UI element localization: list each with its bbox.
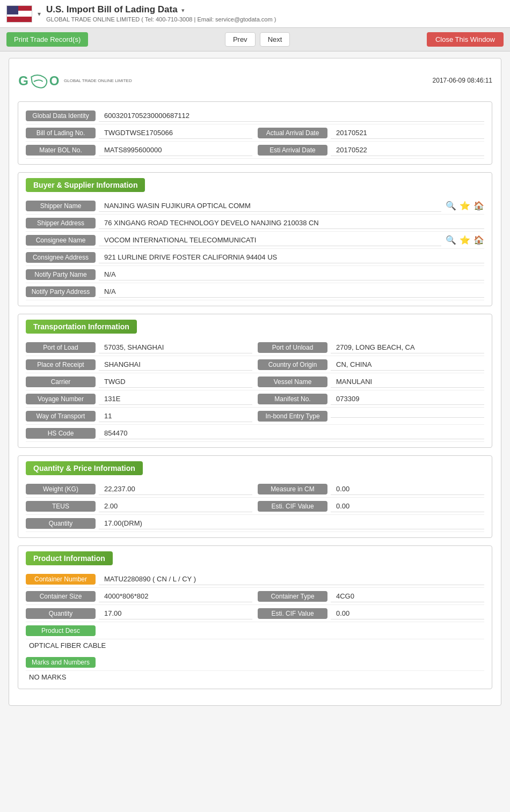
consignee-address-value: 921 LURLINE DRIVE FOSTER CALIFORNIA 9440…	[99, 252, 484, 263]
container-number-label: Container Number	[26, 574, 96, 585]
shipper-search-icon[interactable]: 🔍	[446, 201, 456, 211]
container-number-value: MATU2280890 ( CN / L / CY )	[99, 573, 484, 585]
svg-text:O: O	[49, 73, 60, 88]
vessel-name-value: MANULANI	[331, 376, 484, 388]
product-desc-row: Product Desc	[26, 622, 484, 639]
consignee-home-icon[interactable]: 🏠	[473, 235, 484, 245]
logo-subtitle: GLOBAL TRADE ONLINE LIMITED	[64, 78, 132, 83]
carrier-row: Carrier TWGD Vessel Name MANULANI	[26, 373, 484, 390]
way-of-transport-value: 11	[99, 410, 252, 422]
manifest-no-label: Manifest No.	[258, 394, 327, 404]
title-area: U.S. Import Bill of Lading Data ▾ GLOBAL…	[46, 4, 504, 23]
port-of-load-value: 57035, SHANGHAI	[99, 342, 252, 353]
record-card: G O GLOBAL TRADE ONLINE LIMITED 2017-06-…	[9, 58, 501, 706]
title-dropdown-arrow[interactable]: ▾	[181, 7, 185, 13]
voyage-number-label: Voyage Number	[26, 394, 96, 404]
weight-kg-label: Weight (KG)	[26, 484, 96, 494]
port-of-load-label: Port of Load	[26, 342, 96, 353]
main-content: G O GLOBAL TRADE ONLINE LIMITED 2017-06-…	[0, 51, 510, 812]
notify-party-address-row: Notify Party Address N/A	[26, 283, 484, 300]
teus-label: TEUS	[26, 501, 96, 512]
hs-code-value: 854470	[99, 427, 484, 439]
timestamp: 2017-06-09 08:46:11	[433, 77, 492, 84]
way-of-transport-row: Way of Transport 11 In-bond Entry Type	[26, 408, 484, 425]
consignee-address-label: Consignee Address	[26, 252, 96, 263]
flag-icon	[6, 5, 32, 23]
way-of-transport-label: Way of Transport	[26, 411, 96, 422]
marks-numbers-value: NO MARKS	[26, 671, 484, 683]
marks-numbers-label: Marks and Numbers	[26, 657, 96, 668]
port-of-unload-value: 2709, LONG BEACH, CA	[331, 342, 484, 353]
place-of-receipt-value: SHANGHAI	[99, 359, 252, 371]
top-bar: ▾ U.S. Import Bill of Lading Data ▾ GLOB…	[0, 0, 510, 28]
close-button[interactable]: Close This Window	[427, 32, 504, 47]
consignee-name-value: VOCOM INTERNATIONAL TELECOMMUNICATI	[99, 234, 441, 246]
global-data-identity-row: Global Data Identity 6003201705230000687…	[26, 107, 484, 124]
next-button[interactable]: Next	[260, 32, 290, 47]
buyer-supplier-section: Buyer & Supplier Information Shipper Nam…	[18, 172, 492, 306]
print-button[interactable]: Print Trade Record(s)	[6, 32, 88, 47]
teus-row: TEUS 2.00 Esti. CIF Value 0.00	[26, 498, 484, 515]
page-title: U.S. Import Bill of Lading Data	[46, 4, 178, 14]
product-desc-label: Product Desc	[26, 625, 96, 636]
master-bol-value: MATS8995600000	[99, 144, 252, 156]
shipper-action-icons: 🔍 ⭐ 🏠	[446, 201, 484, 211]
hs-code-row: HS Code 854470	[26, 425, 484, 442]
notify-party-name-row: Notify Party Name N/A	[26, 266, 484, 283]
marks-numbers-row: Marks and Numbers	[26, 654, 484, 671]
notify-party-address-value: N/A	[99, 286, 484, 298]
basic-info-section: Global Data Identity 6003201705230000687…	[18, 101, 492, 165]
global-data-identity-value: 6003201705230000687112	[99, 110, 484, 122]
bill-of-lading-value: TWGDTWSE1705066	[99, 127, 252, 139]
consignee-search-icon[interactable]: 🔍	[446, 235, 456, 245]
shipper-name-value: NANJING WASIN FUJIKURA OPTICAL COMM	[99, 200, 441, 212]
quantity-price-title: Quantity & Price Information	[26, 461, 143, 475]
carrier-value: TWGD	[99, 376, 252, 388]
container-type-label: Container Type	[258, 591, 327, 602]
shipper-address-label: Shipper Address	[26, 218, 96, 228]
notify-party-name-label: Notify Party Name	[26, 269, 96, 280]
consignee-star-icon[interactable]: ⭐	[460, 235, 470, 245]
container-size-label: Container Size	[26, 591, 96, 602]
carrier-label: Carrier	[26, 377, 96, 387]
country-of-origin-label: Country of Origin	[258, 359, 327, 370]
gto-logo: G O	[18, 67, 61, 94]
esti-cif-label: Esti. CIF Value	[258, 501, 327, 512]
product-esti-cif-label: Esti. CIF Value	[258, 608, 327, 619]
flag-dropdown[interactable]: ▾	[38, 10, 41, 18]
container-number-row: Container Number MATU2280890 ( CN / L / …	[26, 571, 484, 588]
shipper-star-icon[interactable]: ⭐	[460, 201, 470, 211]
bill-of-lading-label: Bill of Lading No.	[26, 128, 96, 138]
port-of-unload-label: Port of Unload	[258, 342, 327, 353]
shipper-address-row: Shipper Address 76 XINGANG ROAD TECHNOLO…	[26, 215, 484, 232]
quantity-value: 17.00(DRM)	[99, 518, 484, 529]
transportation-section: Transportation Information Port of Load …	[18, 314, 492, 448]
quantity-label: Quantity	[26, 518, 96, 529]
svg-text:G: G	[18, 73, 28, 88]
shipper-home-icon[interactable]: 🏠	[473, 201, 484, 211]
product-esti-cif-value: 0.00	[331, 608, 484, 619]
shipper-name-label: Shipper Name	[26, 201, 96, 211]
product-info-title: Product Information	[26, 551, 113, 565]
notify-party-name-value: N/A	[99, 269, 484, 280]
voyage-number-row: Voyage Number 131E Manifest No. 073309	[26, 390, 484, 408]
product-quantity-value: 17.00	[99, 608, 252, 619]
card-header: G O GLOBAL TRADE ONLINE LIMITED 2017-06-…	[18, 67, 492, 94]
page-subtitle: GLOBAL TRADE ONLINE LIMITED ( Tel: 400-7…	[46, 16, 276, 23]
inbond-entry-type-value	[331, 414, 484, 418]
esti-cif-value: 0.00	[331, 500, 484, 512]
measure-in-cm-label: Measure in CM	[258, 484, 327, 494]
transportation-title: Transportation Information	[26, 320, 137, 334]
voyage-number-value: 131E	[99, 393, 252, 405]
toolbar: Print Trade Record(s) Prev Next Close Th…	[0, 28, 510, 51]
teus-value: 2.00	[99, 500, 252, 512]
notify-party-address-label: Notify Party Address	[26, 286, 96, 297]
master-bol-row: Mater BOL No. MATS8995600000 Esti Arriva…	[26, 142, 484, 159]
place-of-receipt-label: Place of Receipt	[26, 359, 96, 370]
container-type-value: 4CG0	[331, 590, 484, 602]
product-desc-value: OPTICAL FIBER CABLE	[26, 639, 484, 654]
prev-button[interactable]: Prev	[225, 32, 256, 47]
esti-arrival-date-label: Esti Arrival Date	[258, 145, 327, 156]
measure-in-cm-value: 0.00	[331, 483, 484, 495]
container-size-value: 4000*806*802	[99, 590, 252, 602]
